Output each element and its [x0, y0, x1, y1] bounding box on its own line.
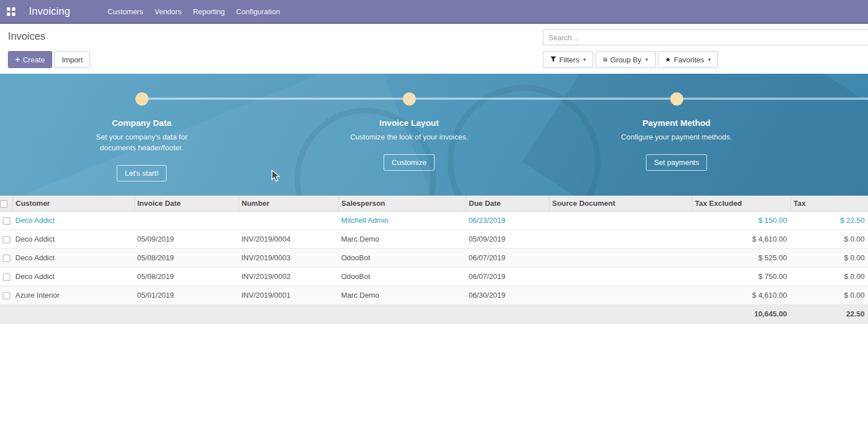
menu-customers[interactable]: Customers [102, 4, 149, 19]
column-header-due-date[interactable]: Due Date [466, 196, 549, 211]
cell-source-document[interactable] [549, 267, 692, 286]
menu-configuration[interactable]: Configuration [231, 4, 286, 19]
caret-down-icon: ▾ [583, 57, 586, 62]
column-header-number[interactable]: Number [239, 196, 338, 211]
table-row[interactable]: Deco Addict 05/08/2019 INV/2019/0002 Odo… [0, 267, 868, 286]
import-button-label: Import [62, 56, 83, 64]
cell-tax-excluded[interactable]: $ 525.00 [692, 248, 790, 267]
column-header-tax[interactable]: Tax [790, 196, 868, 211]
column-header-invoice-date[interactable]: Invoice Date [134, 196, 239, 211]
lets-start-button[interactable]: Let's start! [117, 165, 167, 181]
plus-icon: + [15, 55, 20, 64]
table-totals-row: 10,645.00 22.50 [0, 305, 868, 323]
cell-number[interactable]: INV/2019/0004 [239, 230, 338, 248]
table-row[interactable]: Deco Addict 05/08/2019 INV/2019/0003 Odo… [0, 248, 868, 267]
column-header-salesperson[interactable]: Salesperson [338, 196, 466, 211]
search-input[interactable] [543, 29, 868, 45]
cell-number[interactable]: INV/2019/0003 [239, 248, 338, 267]
table-row[interactable]: Deco Addict Mitchell Admin 06/23/2019 $ … [0, 211, 868, 230]
total-tax: 22.50 [790, 305, 868, 323]
cell-due-date[interactable]: 05/09/2019 [466, 230, 549, 248]
row-checkbox[interactable] [3, 217, 10, 225]
import-button[interactable]: Import [54, 51, 90, 68]
step-dot-icon [135, 92, 148, 105]
set-payments-button[interactable]: Set payments [646, 154, 707, 171]
column-header-customer[interactable]: Customer [12, 196, 134, 211]
cell-due-date[interactable]: 06/07/2019 [466, 267, 549, 286]
cell-due-date[interactable]: 06/07/2019 [466, 248, 549, 267]
apps-menu-icon[interactable] [7, 7, 15, 16]
cell-customer[interactable]: Azure Interior [12, 286, 134, 305]
cell-customer[interactable]: Deco Addict [12, 248, 134, 267]
onboarding-banner: Company Data Set your company's data for… [0, 74, 868, 196]
cell-source-document[interactable] [549, 286, 692, 305]
cell-tax[interactable]: $ 0.00 [790, 286, 868, 305]
cell-salesperson[interactable]: Marc Demo [338, 230, 466, 248]
cell-tax-excluded[interactable]: $ 750.00 [692, 267, 790, 286]
step-title: Payment Method [643, 118, 710, 128]
cell-tax[interactable]: $ 22.50 [790, 211, 868, 230]
cell-due-date[interactable]: 06/23/2019 [466, 211, 549, 230]
cell-source-document[interactable] [549, 211, 692, 230]
row-checkbox[interactable] [3, 255, 10, 262]
column-header-tax-excluded[interactable]: Tax Excluded [692, 196, 790, 211]
cell-salesperson[interactable]: Mitchell Admin [338, 211, 466, 230]
group-by-button-label: Group By [610, 56, 641, 64]
onboarding-step-company-data: Company Data Set your company's data for… [54, 74, 229, 181]
cell-invoice-date[interactable]: 05/08/2019 [134, 267, 239, 286]
cell-salesperson[interactable]: OdooBot [338, 248, 466, 267]
cell-salesperson[interactable]: OdooBot [338, 267, 466, 286]
column-header-source-document[interactable]: Source Document [549, 196, 692, 211]
cell-number[interactable]: INV/2019/0002 [239, 267, 338, 286]
cell-invoice-date[interactable]: 05/01/2019 [134, 286, 239, 305]
onboarding-step-payment-method: Payment Method Configure your payment me… [589, 74, 764, 171]
cell-invoice-date[interactable] [134, 211, 239, 230]
menu-reporting[interactable]: Reporting [187, 4, 230, 19]
group-by-icon: ≡ [603, 56, 607, 64]
select-all-checkbox-cell [0, 196, 12, 211]
customize-button[interactable]: Customize [384, 154, 434, 171]
cell-customer[interactable]: Deco Addict [12, 267, 134, 286]
cell-invoice-date[interactable]: 05/09/2019 [134, 230, 239, 248]
cell-tax[interactable]: $ 0.00 [790, 248, 868, 267]
app-title[interactable]: Invoicing [29, 6, 70, 18]
star-icon: ★ [665, 56, 671, 64]
table-row[interactable]: Azure Interior 05/01/2019 INV/2019/0001 … [0, 286, 868, 305]
create-button[interactable]: + Create [8, 51, 52, 68]
cell-tax[interactable]: $ 0.00 [790, 267, 868, 286]
row-checkbox[interactable] [3, 292, 10, 299]
cell-salesperson[interactable]: Marc Demo [338, 286, 466, 305]
caret-down-icon: ▾ [708, 57, 711, 62]
step-dot-icon [403, 92, 416, 105]
cell-due-date[interactable]: 06/30/2019 [466, 286, 549, 305]
top-navbar: Invoicing Customers Vendors Reporting Co… [0, 0, 868, 24]
filter-funnel-icon [550, 56, 556, 64]
cell-number[interactable] [239, 211, 338, 230]
step-description: Customize the look of your invoices. [350, 132, 468, 143]
table-row[interactable]: Deco Addict 05/09/2019 INV/2019/0004 Mar… [0, 230, 868, 248]
cell-tax-excluded[interactable]: $ 150.00 [692, 211, 790, 230]
cell-tax-excluded[interactable]: $ 4,610.00 [692, 230, 790, 248]
row-checkbox[interactable] [3, 273, 10, 281]
group-by-button[interactable]: ≡ Group By ▾ [595, 51, 656, 68]
step-title: Invoice Layout [379, 118, 439, 128]
cell-source-document[interactable] [549, 248, 692, 267]
step-dot-icon [670, 92, 683, 105]
filters-button[interactable]: Filters ▾ [543, 51, 593, 68]
filters-button-label: Filters [559, 56, 579, 64]
cell-number[interactable]: INV/2019/0001 [239, 286, 338, 305]
cell-tax[interactable]: $ 0.00 [790, 230, 868, 248]
menu-vendors[interactable]: Vendors [149, 4, 188, 19]
cell-customer[interactable]: Deco Addict [12, 211, 134, 230]
select-all-checkbox[interactable] [0, 200, 7, 208]
favorites-button[interactable]: ★ Favorites ▾ [658, 51, 718, 68]
cell-invoice-date[interactable]: 05/08/2019 [134, 248, 239, 267]
cell-customer[interactable]: Deco Addict [12, 230, 134, 248]
cell-source-document[interactable] [549, 230, 692, 248]
create-button-label: Create [23, 56, 45, 64]
step-description: Configure your payment methods. [621, 132, 732, 143]
invoice-list-table: Customer Invoice Date Number Salesperson… [0, 196, 868, 324]
favorites-button-label: Favorites [674, 56, 704, 64]
cell-tax-excluded[interactable]: $ 4,610.00 [692, 286, 790, 305]
row-checkbox[interactable] [3, 236, 10, 243]
